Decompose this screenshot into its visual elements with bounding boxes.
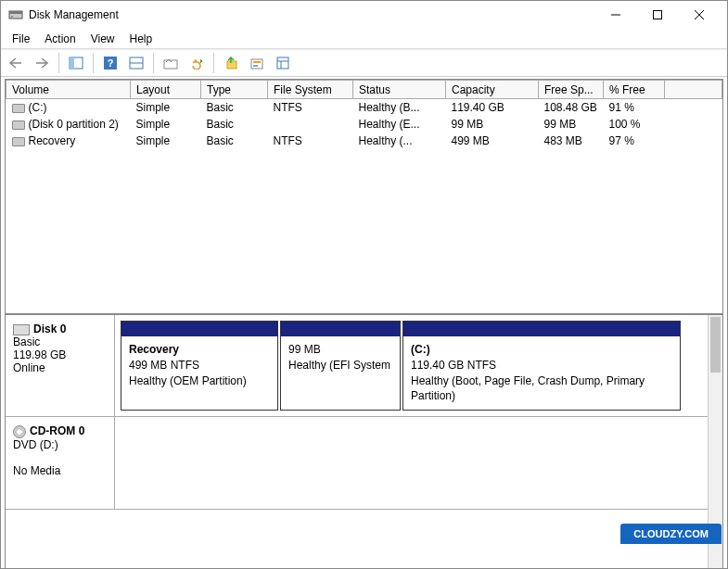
col-layout[interactable]: Layout — [131, 81, 201, 99]
minimize-button[interactable] — [594, 2, 636, 28]
toolbar-sep — [93, 53, 94, 73]
cell-layout: Simple — [131, 99, 201, 117]
partition-line2: 499 MB NTFS — [129, 358, 270, 373]
svg-point-2 — [11, 16, 13, 18]
drive-icon — [12, 104, 25, 113]
maximize-button[interactable] — [636, 2, 678, 28]
volume-table[interactable]: Volume Layout Type File System Status Ca… — [6, 80, 722, 149]
cell-layout: Simple — [131, 116, 201, 133]
disk-body — [115, 417, 722, 509]
cell-fs — [268, 116, 353, 133]
menubar: File Action View Help — [1, 29, 727, 49]
show-hide-button[interactable] — [65, 52, 87, 74]
cell-capacity: 119.40 GB — [446, 99, 539, 117]
window-title: Disk Management — [29, 8, 594, 21]
col-filesystem[interactable]: File System — [268, 81, 353, 99]
cell-status: Healthy (E... — [353, 116, 446, 133]
table-row[interactable]: RecoverySimpleBasicNTFSHealthy (...499 M… — [6, 133, 722, 149]
partition-line2: 119.40 GB NTFS — [411, 358, 672, 373]
cell-layout: Simple — [131, 133, 201, 149]
svg-rect-17 — [253, 65, 258, 67]
settings-button[interactable] — [160, 52, 182, 74]
cell-free: 483 MB — [539, 133, 604, 149]
menu-file[interactable]: File — [5, 31, 37, 47]
partition-bar — [121, 322, 277, 336]
close-button[interactable] — [678, 2, 720, 28]
disk-row: Disk 0Basic119.98 GBOnlineRecovery499 MB… — [6, 315, 722, 417]
cell-type: Basic — [201, 116, 268, 133]
action3-button[interactable] — [272, 52, 294, 74]
refresh-button[interactable] — [185, 52, 208, 74]
disk-body: Recovery499 MB NTFSHealthy (OEM Partitio… — [115, 315, 722, 416]
partition-line3: Healthy (EFI System — [288, 358, 392, 373]
col-pctfree[interactable]: % Free — [604, 81, 665, 99]
toolbar-sep — [153, 53, 154, 73]
drive-icon — [12, 120, 25, 130]
action2-button[interactable] — [246, 52, 268, 74]
disk-name: CD-ROM 0 — [30, 424, 84, 437]
menu-action[interactable]: Action — [37, 31, 83, 47]
volume-list-panel: Volume Layout Type File System Status Ca… — [6, 80, 722, 315]
col-spacer — [665, 81, 722, 99]
cell-volume: (C:) — [6, 99, 131, 117]
scrollbar-thumb[interactable] — [710, 317, 721, 373]
disk-row: CD-ROM 0DVD (D:)No Media — [6, 417, 722, 510]
disk-status: Online — [13, 361, 107, 374]
cell-free: 108.48 GB — [539, 99, 604, 117]
action1-button[interactable] — [220, 52, 242, 74]
svg-rect-1 — [9, 11, 22, 14]
cell-status: Healthy (... — [353, 133, 446, 149]
svg-rect-18 — [277, 57, 288, 69]
svg-rect-4 — [653, 11, 661, 19]
disk-header[interactable]: CD-ROM 0DVD (D:)No Media — [6, 417, 115, 509]
toolbar-sep — [213, 53, 214, 73]
drive-icon — [12, 137, 25, 146]
disk-header[interactable]: Disk 0Basic119.98 GBOnline — [6, 315, 115, 416]
disk-size: 119.98 GB — [13, 348, 107, 361]
disk-area: Disk 0Basic119.98 GBOnlineRecovery499 MB… — [6, 315, 722, 569]
content-area: Volume Layout Type File System Status Ca… — [5, 79, 723, 569]
cell-pct: 97 % — [604, 133, 665, 149]
toolbar: ? — [1, 49, 727, 77]
toolbar-sep — [58, 53, 59, 73]
disk-icon — [13, 324, 30, 335]
svg-rect-15 — [251, 59, 262, 69]
table-row[interactable]: (Disk 0 partition 2)SimpleBasicHealthy (… — [6, 116, 722, 133]
cell-volume: (Disk 0 partition 2) — [6, 116, 131, 133]
cell-status: Healthy (B... — [353, 99, 446, 117]
partition-line3: Healthy (Boot, Page File, Crash Dump, Pr… — [411, 373, 672, 405]
svg-rect-14 — [227, 61, 236, 69]
menu-view[interactable]: View — [83, 31, 122, 47]
partition[interactable]: Recovery499 MB NTFSHealthy (OEM Partitio… — [121, 321, 278, 411]
col-type[interactable]: Type — [201, 81, 268, 99]
back-button[interactable] — [5, 52, 27, 74]
watermark: CLOUDZY.COM — [620, 524, 722, 544]
partition[interactable]: 99 MBHealthy (EFI System — [280, 321, 401, 411]
disk-name: Disk 0 — [33, 322, 66, 335]
menu-help[interactable]: Help — [122, 31, 160, 47]
graphical-panel: Disk 0Basic119.98 GBOnlineRecovery499 MB… — [6, 315, 722, 569]
cell-volume: Recovery — [6, 133, 131, 149]
col-volume[interactable]: Volume — [6, 81, 131, 99]
forward-button[interactable] — [31, 52, 53, 74]
col-freespace[interactable]: Free Sp... — [539, 81, 604, 99]
partition-info: (C:)119.40 GB NTFSHealthy (Boot, Page Fi… — [403, 336, 680, 410]
partition-name: Recovery — [129, 342, 270, 358]
table-row[interactable]: (C:)SimpleBasicNTFSHealthy (B...119.40 G… — [6, 99, 722, 117]
svg-text:?: ? — [108, 57, 114, 69]
cell-type: Basic — [201, 99, 268, 117]
partition[interactable]: (C:)119.40 GB NTFSHealthy (Boot, Page Fi… — [402, 321, 681, 411]
layout-button[interactable] — [125, 52, 147, 74]
cell-capacity: 499 MB — [446, 133, 539, 149]
disk-type: DVD (D:) — [13, 438, 107, 451]
cell-fs: NTFS — [268, 133, 353, 149]
cell-fs: NTFS — [268, 99, 353, 117]
partition-bar — [281, 322, 400, 336]
app-icon — [8, 7, 23, 22]
help-button[interactable]: ? — [99, 52, 121, 74]
disk-type: Basic — [13, 335, 107, 348]
partition-line3: Healthy (OEM Partition) — [129, 373, 270, 389]
col-capacity[interactable]: Capacity — [446, 81, 539, 99]
col-status[interactable]: Status — [353, 81, 446, 99]
cell-free: 99 MB — [539, 116, 604, 133]
